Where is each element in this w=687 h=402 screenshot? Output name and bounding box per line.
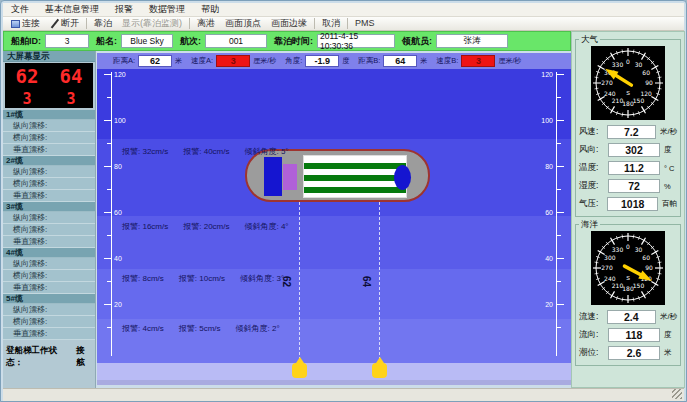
cable-drift-row: 纵向漂移: [3, 304, 95, 316]
toolbar-button-6[interactable]: 画面边缘 [266, 17, 312, 30]
mooring-line-0 [299, 202, 300, 365]
env-field-0-3: 湿度:72% [576, 177, 680, 195]
svg-text:300: 300 [604, 254, 616, 261]
connect-icon [11, 20, 20, 28]
env-field-value-box[interactable]: 11.2 [608, 161, 660, 175]
readout-unit: 厘米/秒 [498, 56, 521, 66]
alarm-speed-b: 报警: 20cm/s [183, 221, 229, 232]
scale-label: 40 [114, 255, 122, 263]
info-field-value-box[interactable]: 2011-4-15 10:30:36 [317, 34, 395, 48]
readout-field-0: 距离A:62米 [113, 55, 182, 67]
env-field-value-box[interactable]: 302 [608, 143, 660, 157]
resize-grip[interactable] [672, 389, 682, 399]
info-field-label: 靠泊时间: [274, 35, 313, 48]
env-field-1-1: 流向:118度 [576, 326, 680, 344]
env-field-value-box[interactable]: 2.4 [607, 310, 656, 324]
toolbar-button-7[interactable]: 取消 [317, 17, 345, 30]
menu-item-2[interactable]: 报警 [107, 3, 141, 16]
ship-stern-block [264, 157, 282, 196]
env-field-unit: 度 [664, 145, 672, 155]
berthing-view: 距离A:62米速度A:3厘米/秒角度:-1.9度距离B:64米速度B:3厘米/秒… [97, 51, 571, 388]
app-window: 文件基本信息管理报警数据管理帮助 连接断开靠泊显示(靠泊监测)离港画面顶点画面边… [0, 0, 687, 402]
display-speed-b: 3 [66, 90, 75, 108]
cable-drift-row: 纵向漂移: [3, 258, 95, 270]
scale-tick-minor [557, 97, 561, 98]
svg-text:S: S [626, 275, 630, 281]
scale-label: 60 [538, 209, 553, 217]
info-field-value-box[interactable]: Blue Sky [121, 34, 173, 48]
cable-drift-row: 纵向漂移: [3, 212, 95, 224]
toolbar-button-label: 画面边缘 [271, 17, 307, 30]
toolbar-button-8[interactable]: PMS [350, 17, 380, 30]
menu-item-4[interactable]: 帮助 [193, 3, 227, 16]
toolbar-button-label: 取消 [322, 17, 340, 30]
bollard-pin [372, 363, 387, 378]
alarm-tilt-angle: 倾斜角度: 3° [240, 273, 284, 284]
toolbar-button-5[interactable]: 画面顶点 [220, 17, 266, 30]
scale-label: 20 [538, 301, 553, 309]
toolbar-button-0[interactable]: 连接 [6, 17, 45, 30]
readout-field-3: 距离B:64米 [358, 55, 427, 67]
scale-tick-minor [107, 281, 111, 282]
readout-label: 距离B: [358, 56, 380, 66]
svg-text:150: 150 [633, 282, 645, 289]
cable-drift-list: 1#缆纵向漂移:横向漂移:垂直漂移:2#缆纵向漂移:横向漂移:垂直漂移:3#缆纵… [3, 110, 95, 340]
menu-item-3[interactable]: 数据管理 [141, 3, 193, 16]
menu-item-1[interactable]: 基本信息管理 [37, 3, 107, 16]
env-field-value-box[interactable]: 1018 [607, 197, 658, 211]
readout-unit: 厘米/秒 [253, 56, 276, 66]
readout-value-box[interactable]: 3 [216, 55, 250, 67]
scale-tick-minor [557, 189, 561, 190]
readout-value-box[interactable]: 62 [138, 55, 172, 67]
gangway-status-value: 接舷 [76, 345, 92, 369]
scale-tick-minor [557, 235, 561, 236]
scale-tick [104, 74, 111, 75]
env-field-value-box[interactable]: 7.2 [607, 125, 656, 139]
svg-text:90: 90 [645, 264, 653, 271]
toolbar-separator [314, 18, 315, 29]
toolbar-button-4[interactable]: 离港 [192, 17, 220, 30]
toolbar-button-2[interactable]: 靠泊 [89, 17, 117, 30]
env-field-value-box[interactable]: 118 [608, 328, 660, 342]
distance-speed-readout-bar: 距离A:62米速度A:3厘米/秒角度:-1.9度距离B:64米速度B:3厘米/秒 [97, 53, 571, 69]
info-field-value-box[interactable]: 张涛 [436, 34, 508, 48]
readout-field-1: 速度A:3厘米/秒 [191, 55, 276, 67]
alarm-speed-a: 报警: 8cm/s [122, 273, 164, 284]
environment-panel: 大气0306090120150180210240270300330S风速:7.2… [571, 31, 685, 388]
toolbar-button-1[interactable]: 断开 [45, 17, 84, 30]
scale-tick-minor [107, 97, 111, 98]
env-field-unit: 米 [664, 348, 672, 358]
svg-text:150: 150 [633, 97, 645, 104]
info-field-value-box[interactable]: 3 [45, 34, 89, 48]
scale-tick [557, 166, 564, 167]
svg-text:S: S [626, 90, 630, 96]
bollard-pin [292, 363, 307, 378]
scale-tick-minor [557, 143, 561, 144]
readout-field-2: 角度:-1.9度 [285, 55, 349, 67]
env-field-value-box[interactable]: 72 [608, 179, 660, 193]
cable-drift-row: 横向漂移: [3, 316, 95, 328]
env-field-value-box[interactable]: 2.6 [608, 346, 660, 360]
toolbar-separator [189, 18, 190, 29]
readout-value-box[interactable]: 64 [383, 55, 417, 67]
alarm-speed-a: 报警: 4cm/s [122, 323, 164, 334]
info-field-4: 领航员:张涛 [402, 34, 508, 48]
svg-text:120: 120 [640, 90, 652, 97]
display-distance-b: 64 [60, 65, 83, 87]
svg-text:90: 90 [645, 79, 653, 86]
menu-item-0[interactable]: 文件 [3, 3, 37, 16]
readout-value-box[interactable]: -1.9 [305, 55, 339, 67]
svg-text:210: 210 [612, 97, 624, 104]
ship-superstructure [283, 164, 297, 190]
alarm-tilt-angle: 倾斜角度: 2° [236, 323, 280, 334]
big-screen-display-header: 大屏幕显示 [3, 51, 95, 62]
info-field-value-box[interactable]: 001 [205, 34, 267, 48]
cable-header-1: 1#缆 [3, 110, 95, 120]
scale-tick-minor [557, 281, 561, 282]
readout-value-box[interactable]: 3 [461, 55, 495, 67]
alarm-tilt-angle: 倾斜角度: 5° [244, 146, 288, 157]
ship-bow-ellipse [394, 165, 411, 190]
scale-label: 100 [114, 117, 126, 125]
scale-tick [557, 120, 564, 121]
cable-header-4: 4#缆 [3, 248, 95, 258]
